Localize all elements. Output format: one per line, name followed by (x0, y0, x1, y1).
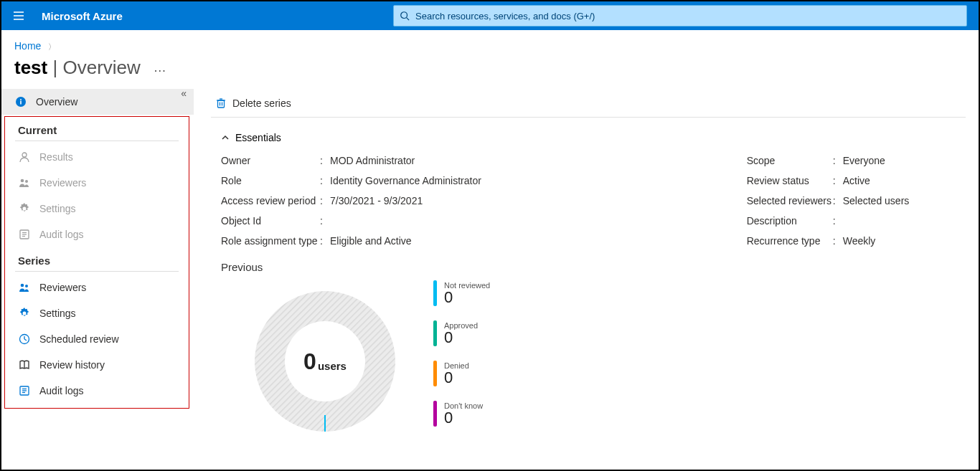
menu-button[interactable] (1, 1, 36, 30)
legend-value: 0 (444, 410, 483, 426)
sidebar-item-results[interactable]: Results (5, 144, 189, 170)
owner-value: MOD Administrator (330, 155, 415, 166)
previous-label: Previous (221, 261, 966, 273)
sidebar-label: Settings (39, 203, 76, 214)
svg-rect-6 (20, 101, 22, 105)
sidebar-item-settings-current[interactable]: Settings (5, 196, 189, 222)
role-label: Role (221, 175, 320, 186)
sidebar-item-audit-series[interactable]: Audit logs (5, 378, 189, 404)
essentials-toggle[interactable]: Essentials (221, 132, 966, 143)
breadcrumb: Home 〉 (1, 30, 979, 52)
sidebar-label: Scheduled review (39, 333, 119, 345)
essentials-left: Owner:MOD Administrator Role:Identity Go… (221, 151, 747, 251)
trash-icon (215, 97, 227, 109)
sel-value: Selected users (843, 195, 910, 206)
svg-rect-7 (20, 99, 22, 100)
sidebar-item-overview[interactable]: Overview (1, 89, 194, 115)
sidebar-label: Audit logs (39, 229, 83, 240)
period-label: Access review period (221, 195, 320, 206)
toolbar: Delete series (211, 89, 966, 118)
legend: Not reviewed 0 Approved 0 Denied 0 (433, 279, 490, 441)
legend-bar-icon (433, 280, 437, 306)
svg-line-4 (407, 18, 410, 21)
main-content: Delete series Essentials Owner:MOD Admin… (194, 89, 979, 471)
legend-approved: Approved 0 (433, 320, 490, 346)
legend-bar-icon (433, 361, 437, 386)
clock-icon (18, 333, 31, 346)
essentials-right: Scope:Everyone Review status:Active Sele… (747, 151, 966, 251)
sidebar-item-history[interactable]: Review history (5, 352, 189, 378)
donut-value: 0 (303, 348, 316, 375)
top-bar: Microsoft Azure (1, 1, 979, 30)
sidebar-label: Reviewers (39, 282, 86, 293)
svg-point-16 (25, 285, 28, 287)
delete-series-button[interactable]: Delete series (211, 97, 296, 109)
svg-point-10 (25, 180, 28, 183)
divider (15, 141, 179, 141)
legend-not-reviewed: Not reviewed 0 (433, 280, 490, 306)
breadcrumb-home[interactable]: Home (14, 40, 41, 52)
search-box[interactable] (393, 5, 967, 27)
rec-value: Weekly (843, 235, 876, 247)
chart-area: 0 users Not reviewed 0 Approved 0 (242, 279, 966, 444)
page-title-bar: test | Overview … (1, 52, 979, 89)
rat-label: Role assignment type (221, 235, 320, 247)
sidebar-item-audit-current[interactable]: Audit logs (5, 222, 189, 247)
scope-value: Everyone (843, 155, 885, 166)
sidebar-item-scheduled[interactable]: Scheduled review (5, 326, 189, 352)
owner-label: Owner (221, 155, 320, 166)
chevron-up-icon (221, 133, 230, 142)
people-icon (18, 281, 31, 294)
essentials-grid: Owner:MOD Administrator Role:Identity Go… (221, 151, 966, 251)
legend-value: 0 (444, 290, 490, 305)
collapse-sidebar-button[interactable]: « (181, 87, 187, 99)
sidebar-label: Overview (36, 96, 77, 108)
donut-center: 0 users (242, 279, 407, 444)
sidebar-item-reviewers-series[interactable]: Reviewers (5, 275, 189, 300)
page-title-name: test (14, 57, 47, 79)
rat-value: Eligible and Active (330, 235, 412, 247)
search-wrap (123, 5, 979, 27)
brand-label: Microsoft Azure (42, 10, 123, 22)
sidebar-label: Results (39, 151, 73, 163)
people-icon (18, 176, 31, 189)
legend-value: 0 (444, 330, 478, 346)
gear-icon (18, 307, 31, 320)
desc-label: Description (747, 215, 833, 227)
gear-icon (18, 202, 31, 215)
svg-point-3 (401, 12, 407, 19)
role-value: Identity Governance Administrator (330, 175, 481, 186)
section-header-current: Current (5, 117, 189, 141)
object-label: Object Id (221, 215, 320, 227)
info-icon (14, 95, 27, 108)
more-button[interactable]: … (154, 60, 166, 75)
donut-chart: 0 users (242, 279, 407, 444)
section-header-series: Series (5, 247, 189, 271)
sidebar-item-reviewers-current[interactable]: Reviewers (5, 170, 189, 196)
sel-label: Selected reviewers (747, 195, 833, 206)
svg-rect-25 (218, 100, 225, 108)
scope-label: Scope (747, 155, 833, 166)
donut-unit: users (318, 360, 347, 372)
toolbar-label: Delete series (232, 97, 291, 109)
page-title-section: | Overview (47, 57, 141, 79)
sidebar: « Overview Current Results Reviewers (1, 89, 194, 471)
sidebar-item-settings-series[interactable]: Settings (5, 300, 189, 326)
legend-value: 0 (444, 370, 469, 386)
book-icon (18, 358, 31, 371)
legend-denied: Denied 0 (433, 361, 490, 386)
svg-point-9 (21, 179, 24, 183)
rec-label: Recurrence type (747, 235, 833, 247)
sidebar-label: Audit logs (39, 385, 83, 396)
search-input[interactable] (415, 11, 961, 22)
sidebar-label: Reviewers (39, 177, 86, 189)
essentials-label: Essentials (235, 132, 281, 143)
search-icon (400, 11, 410, 21)
log-icon (18, 384, 31, 397)
sidebar-label: Settings (39, 308, 76, 319)
hamburger-icon (12, 9, 25, 22)
legend-dontknow: Don't know 0 (433, 401, 490, 427)
status-label: Review status (747, 175, 833, 186)
divider (15, 271, 179, 272)
person-icon (18, 151, 31, 163)
